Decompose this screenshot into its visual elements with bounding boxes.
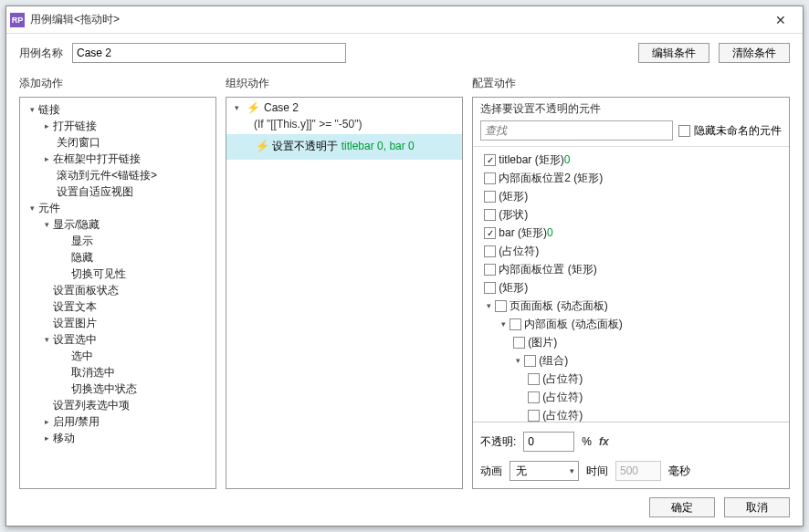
checkbox-icon[interactable]	[513, 337, 525, 349]
configure-action-panel: 选择要设置不透明的元件 隐藏未命名的元件 titlebar (矩形) 0 内部面…	[472, 97, 790, 489]
checkbox-icon[interactable]	[484, 282, 496, 294]
widget-value: 0	[547, 226, 553, 239]
name-row: 用例名称 编辑条件 清除条件	[19, 43, 790, 63]
widget-label: (占位符)	[542, 408, 583, 422]
time-label: 时间	[586, 464, 608, 479]
widget-row[interactable]: (矩形)	[477, 278, 785, 297]
tree-item[interactable]: 设置面板状态	[22, 282, 214, 298]
tree-item[interactable]: 设置图片	[22, 315, 214, 331]
tree-group-select[interactable]: ▾设置选中	[22, 331, 214, 348]
cancel-button[interactable]: 取消	[724, 497, 790, 517]
checkbox-icon[interactable]	[528, 410, 540, 422]
checkbox-icon[interactable]	[484, 191, 496, 203]
checkbox-icon[interactable]	[495, 300, 507, 312]
case-name-input[interactable]	[72, 43, 346, 63]
tree-item[interactable]: 切换选中状态	[22, 381, 214, 397]
chevron-down-icon: ▾	[484, 301, 493, 310]
tree-item[interactable]: 选中	[22, 348, 214, 364]
widget-label: (形状)	[499, 207, 528, 223]
dialog-footer: 确定 取消	[6, 489, 803, 526]
columns: 添加动作 ▾链接 ▸打开链接 关闭窗口 ▸在框架中打开链接 滚动到元件<锚链接>…	[19, 76, 790, 489]
tree-item[interactable]: 设置文本	[22, 298, 214, 315]
app-icon: RP	[10, 13, 25, 27]
add-action-section: 添加动作 ▾链接 ▸打开链接 关闭窗口 ▸在框架中打开链接 滚动到元件<锚链接>…	[19, 76, 226, 489]
search-input[interactable]	[480, 120, 673, 141]
clear-condition-button[interactable]: 清除条件	[719, 43, 790, 63]
widget-label: (占位符)	[542, 390, 583, 405]
time-input	[615, 461, 661, 481]
lightning-icon: ⚡	[256, 140, 269, 152]
time-unit: 毫秒	[668, 464, 690, 479]
checkbox-icon[interactable]	[484, 172, 496, 184]
checkbox-icon[interactable]	[528, 373, 540, 385]
widget-label: (占位符)	[542, 371, 583, 387]
tree-item[interactable]: 滚动到元件<锚链接>	[22, 167, 214, 183]
widget-row[interactable]: (形状)	[477, 205, 785, 224]
checkbox-icon[interactable]	[528, 391, 540, 403]
opacity-unit: %	[582, 435, 592, 448]
widget-row[interactable]: (占位符)	[477, 370, 785, 388]
widget-label: (占位符)	[499, 244, 539, 259]
widget-label: titlebar (矩形)	[499, 152, 563, 168]
widget-row[interactable]: ▾ 页面面板 (动态面板)	[477, 297, 785, 315]
chevron-down-icon: ▾	[27, 105, 37, 114]
checkbox-icon[interactable]	[484, 154, 496, 166]
close-icon[interactable]: ✕	[762, 13, 799, 27]
tree-group-links[interactable]: ▾链接	[22, 101, 214, 118]
tree-item[interactable]: 取消选中	[22, 364, 214, 381]
action-prefix: 设置不透明于	[272, 140, 341, 152]
widget-label: (组合)	[539, 353, 568, 369]
tree-group-showhide[interactable]: ▾显示/隐藏	[22, 216, 214, 233]
widget-row[interactable]: ▾ (组合)	[477, 351, 785, 370]
case-row[interactable]: ▾ ⚡ Case 2	[226, 98, 462, 118]
tree-group-elements[interactable]: ▾元件	[22, 200, 214, 216]
widget-row[interactable]: 内部面板位置 (矩形)	[477, 260, 785, 278]
tree-item[interactable]: 隐藏	[22, 249, 214, 266]
chevron-down-icon: ▾	[42, 335, 51, 344]
widget-row[interactable]: titlebar (矩形) 0	[477, 151, 785, 169]
widget-row[interactable]: (矩形)	[477, 187, 785, 205]
checkbox-icon[interactable]	[484, 264, 496, 276]
anim-label: 动画	[480, 464, 502, 479]
tree-item[interactable]: ▸移动	[22, 430, 214, 446]
tree-item[interactable]: 显示	[22, 233, 214, 249]
opacity-input[interactable]	[523, 432, 574, 452]
anim-select[interactable]: 无 ▾	[510, 461, 579, 481]
widget-row[interactable]: (占位符)	[477, 388, 785, 406]
widget-row[interactable]: bar (矩形) 0	[477, 224, 785, 242]
case-action-row[interactable]: ⚡ 设置不透明于 titlebar 0, bar 0	[226, 134, 462, 160]
fx-button[interactable]: fx	[599, 435, 609, 448]
checkbox-icon[interactable]	[484, 245, 496, 257]
edit-condition-button[interactable]: 编辑条件	[638, 43, 709, 63]
tree-item[interactable]: ▸启用/禁用	[22, 413, 214, 430]
tree-item[interactable]: 设置列表选中项	[22, 397, 214, 413]
widget-row[interactable]: 内部面板位置2 (矩形)	[477, 169, 785, 187]
chevron-down-icon: ▾	[232, 103, 241, 112]
widget-row[interactable]: (图片)	[477, 333, 785, 351]
tree-item[interactable]: 关闭窗口	[22, 134, 214, 151]
ok-button[interactable]: 确定	[649, 497, 715, 517]
hide-unnamed-checkbox[interactable]: 隐藏未命名的元件	[678, 121, 782, 140]
widget-label: 内部面板 (动态面板)	[524, 317, 622, 332]
case-name: Case 2	[264, 101, 299, 114]
checkbox-icon[interactable]	[510, 318, 521, 330]
organize-action-section: 组织动作 ▾ ⚡ Case 2 (If "[[This.y]]" >= "-50…	[226, 76, 472, 489]
config-controls: 不透明: % fx 动画 无 ▾ 时间	[473, 422, 789, 488]
tree-item[interactable]: ▸在框架中打开链接	[22, 151, 214, 167]
checkbox-icon[interactable]	[484, 227, 496, 239]
chevron-right-icon: ▸	[42, 433, 51, 443]
organize-action-title: 组织动作	[226, 76, 472, 97]
widget-value: 0	[564, 153, 571, 166]
checkbox-icon[interactable]	[524, 355, 536, 367]
tree-item[interactable]: ▸打开链接	[22, 118, 214, 134]
checkbox-icon[interactable]	[484, 209, 496, 221]
widget-label: bar (矩形)	[499, 225, 547, 241]
widget-row[interactable]: (占位符)	[477, 242, 785, 260]
widget-row[interactable]: (占位符)	[477, 406, 785, 422]
add-action-title: 添加动作	[19, 76, 226, 97]
tree-item[interactable]: 切换可见性	[22, 266, 214, 282]
widget-label: (图片)	[528, 335, 557, 350]
widget-row[interactable]: ▾ 内部面板 (动态面板)	[477, 315, 785, 333]
tree-item[interactable]: 设置自适应视图	[22, 183, 214, 200]
dialog-content: 用例名称 编辑条件 清除条件 添加动作 ▾链接 ▸打开链接 关闭窗口 ▸在框架中…	[6, 34, 803, 489]
